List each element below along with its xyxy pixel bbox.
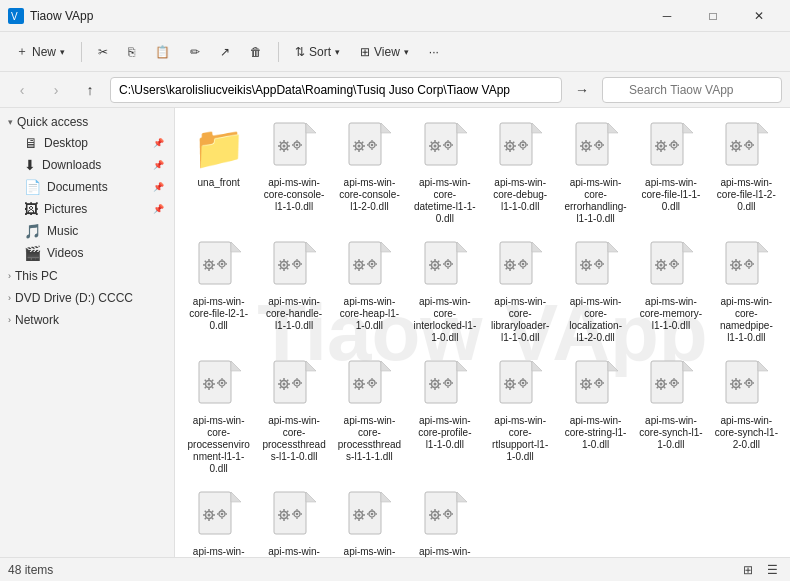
file-item[interactable]: api-ms-win-core-util-l1-1-0.dll (334, 485, 405, 557)
paste-button[interactable]: 📋 (147, 41, 178, 63)
dll-file-icon (724, 241, 768, 293)
file-item[interactable]: api-ms-win-core-errorhandling-l1-1-0.dll (560, 116, 631, 231)
file-item[interactable]: api-ms-win-core-file-l1-2-0.dll (711, 116, 782, 231)
svg-line-280 (732, 268, 733, 269)
dll-icon-wrap (419, 491, 471, 543)
file-label: api-ms-win-core-file-l1-1-0.dll (639, 177, 702, 213)
file-item[interactable]: api-ms-win-core-namedpipe-l1-1-0.dll (711, 235, 782, 350)
quick-access-section: ▾ Quick access 🖥 Desktop 📌 ⬇ Downloads 📌… (0, 112, 174, 264)
share-button[interactable]: ↗ (212, 41, 238, 63)
file-item[interactable]: api-ms-win-core-memory-l1-1-0.dll (635, 235, 706, 350)
view-button[interactable]: ⊞ View ▾ (352, 41, 417, 63)
sidebar-item-desktop[interactable]: 🖥 Desktop 📌 (2, 132, 172, 154)
new-button[interactable]: ＋ New ▾ (8, 39, 73, 64)
file-item[interactable]: api-ms-win-core-sysinfo-l1-1-0.dll (183, 485, 254, 557)
minimize-button[interactable]: ─ (644, 0, 690, 32)
file-item[interactable]: api-ms-win-core-datetime-l1-1-0.dll (409, 116, 480, 231)
file-item[interactable]: api-ms-win-core-console-l1-2-0.dll (334, 116, 405, 231)
svg-point-225 (522, 263, 525, 266)
file-item[interactable]: api-ms-win-core-debug-l1-1-0.dll (485, 116, 556, 231)
svg-rect-249 (651, 242, 683, 284)
file-item[interactable]: api-ms-win-core-processenvironment-l1-1-… (183, 354, 254, 481)
sort-button[interactable]: ⇅ Sort ▾ (287, 41, 348, 63)
delete-button[interactable]: 🗑 (242, 41, 270, 63)
svg-marker-118 (758, 123, 768, 133)
dll-file-icon (197, 241, 241, 293)
svg-point-291 (207, 383, 210, 386)
dll-icon-wrap (193, 241, 245, 293)
svg-line-13 (287, 142, 288, 143)
file-item[interactable]: api-ms-win-core-processthreads-l1-1-0.dl… (258, 354, 329, 481)
file-item[interactable]: api-ms-win-core-rtlsupport-l1-1-0.dll (485, 354, 556, 481)
dll-file-icon (197, 491, 241, 543)
list-view-button[interactable]: ☰ (762, 560, 782, 580)
file-item[interactable]: api-ms-win-core-heap-l1-1-0.dll (334, 235, 405, 350)
more-button[interactable]: ··· (421, 41, 447, 63)
file-item[interactable]: api-ms-win-core-console-l1-1-0.dll (258, 116, 329, 231)
file-item[interactable]: api-ms-win-core-libraryloader-l1-1-0.dll (485, 235, 556, 350)
dll-icon-wrap (645, 241, 697, 293)
quick-access-header[interactable]: ▾ Quick access (2, 112, 172, 132)
svg-line-144 (204, 261, 205, 262)
svg-line-239 (581, 261, 582, 262)
rename-icon: ✏ (190, 45, 200, 59)
desktop-label: Desktop (44, 136, 88, 150)
file-item[interactable]: api-ms-win-core-localization-l1-2-0.dll (560, 235, 631, 350)
sidebar-item-pictures[interactable]: 🖼 Pictures 📌 (2, 198, 172, 220)
dll-file-icon (498, 122, 542, 174)
this-pc-header[interactable]: › This PC (2, 266, 172, 286)
view-chevron-icon: ▾ (404, 47, 409, 57)
svg-rect-306 (274, 361, 306, 403)
file-item[interactable]: api-ms-win-core-string-l1-1-0.dll (560, 354, 631, 481)
dll-file-icon (197, 360, 241, 412)
back-button[interactable]: ‹ (8, 76, 36, 104)
file-item[interactable]: api-ms-win-core-processthreads-l1-1-1.dl… (334, 354, 405, 481)
refresh-button[interactable]: → (568, 76, 596, 104)
file-item[interactable]: api-ms-win-core-timezone-l1-1-0.dll (258, 485, 329, 557)
file-item[interactable]: 📁 una_front (183, 116, 254, 231)
svg-rect-477 (349, 492, 381, 534)
svg-marker-194 (457, 242, 467, 252)
file-item[interactable]: api-ms-win-core-interlocked-l1-1-0.dll (409, 235, 480, 350)
rename-button[interactable]: ✏ (182, 41, 208, 63)
svg-marker-384 (608, 361, 618, 371)
file-item[interactable]: api-ms-win-core-synch-l1-1-0.dll (635, 354, 706, 481)
svg-line-163 (280, 261, 281, 262)
file-item[interactable]: api-ms-win-crt-conio-l1-1-0.dll (409, 485, 480, 557)
file-label: api-ms-win-core-heap-l1-1-0.dll (338, 296, 401, 332)
copy-button[interactable]: ⎘ (120, 41, 143, 63)
file-label: api-ms-win-core-errorhandling-l1-1-0.dll (564, 177, 627, 225)
forward-button[interactable]: › (42, 76, 70, 104)
dvd-drive-header[interactable]: › DVD Drive (D:) CCCC (2, 288, 172, 308)
svg-line-353 (431, 380, 432, 381)
pictures-label: Pictures (44, 202, 87, 216)
grid-view-button[interactable]: ⊞ (738, 560, 758, 580)
file-item[interactable]: api-ms-win-core-file-l2-1-0.dll (183, 235, 254, 350)
file-label: api-ms-win-core-synch-l1-1-0.dll (639, 415, 702, 451)
svg-point-25 (358, 145, 361, 148)
file-item[interactable]: api-ms-win-core-synch-l1-2-0.dll (711, 354, 782, 481)
network-header[interactable]: › Network (2, 310, 172, 330)
dll-icon-wrap (419, 241, 471, 293)
svg-line-277 (732, 261, 733, 262)
sidebar-item-videos[interactable]: 🎬 Videos (2, 242, 172, 264)
sidebar-item-music[interactable]: 🎵 Music (2, 220, 172, 242)
search-input[interactable] (602, 77, 782, 103)
network-label: Network (15, 313, 59, 327)
address-input[interactable] (110, 77, 562, 103)
file-item[interactable]: api-ms-win-core-profile-l1-1-0.dll (409, 354, 480, 481)
sidebar-item-downloads[interactable]: ⬇ Downloads 📌 (2, 154, 172, 176)
sidebar-item-documents[interactable]: 📄 Documents 📌 (2, 176, 172, 198)
up-button[interactable]: ↑ (76, 76, 104, 104)
file-item[interactable]: api-ms-win-core-file-l1-1-0.dll (635, 116, 706, 231)
close-button[interactable]: ✕ (736, 0, 782, 32)
svg-line-240 (588, 268, 589, 269)
svg-line-315 (280, 380, 281, 381)
maximize-button[interactable]: □ (690, 0, 736, 32)
copy-icon: ⎘ (128, 45, 135, 59)
cut-button[interactable]: ✂ (90, 41, 116, 63)
svg-line-146 (212, 261, 213, 262)
svg-rect-40 (425, 123, 457, 165)
file-item[interactable]: api-ms-win-core-handle-l1-1-0.dll (258, 235, 329, 350)
svg-line-432 (732, 387, 733, 388)
